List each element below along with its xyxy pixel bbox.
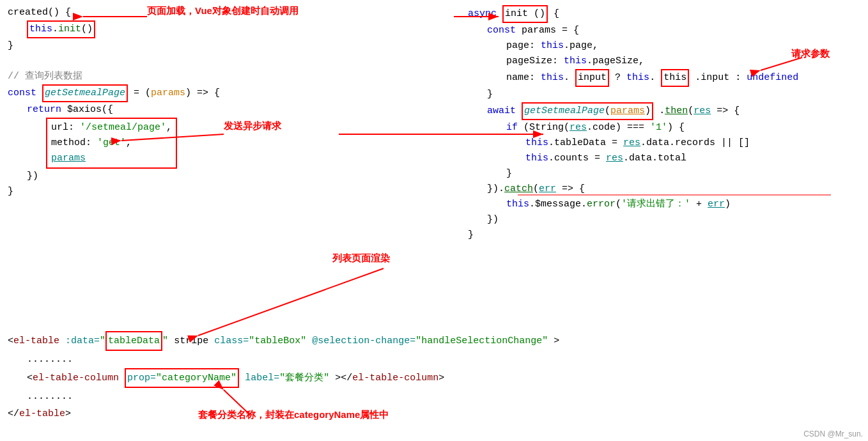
left-code-block: created() { this.init() } // 查询列表数据 cons… [0,0,313,205]
right-line-5: name: this. input ? this. this .input : … [506,69,855,87]
right-line-6: } [487,87,855,102]
left-line-4 [8,54,306,69]
right-line-13: this.$message.error('请求出错了：' + err) [506,197,855,212]
bottom-line-3: <el-table-column prop="categoryName" lab… [27,368,695,388]
left-line-11: }) [27,169,306,184]
bottom-line-1: <el-table :data="tableData" stripe class… [8,331,695,351]
annotation-category-desc: 套餐分类名称，封装在categoryName属性中 [198,409,389,421]
bottom-line-4: ........ [27,388,695,405]
getsetmealpage-call-highlight: getSetmealPage(params) [522,102,653,120]
left-line-5: // 查询列表数据 [8,69,306,84]
right-line-1: async init () { [468,5,855,23]
right-line-8: if (String(res.code) === '1') { [506,120,855,135]
annotation-list-render: 列表页面渲染 [332,252,390,265]
prop-highlight: prop="categoryName" [125,368,239,388]
right-line-2: const params = { [487,23,855,38]
right-line-12: }).catch(err => { [487,182,855,197]
bottom-line-2: ........ [27,351,695,368]
left-line-6: const getSetmealPage = (params) => { [8,84,306,102]
getsetmealpage-highlight: getSetmealPage [42,84,128,102]
left-line-12: } [8,184,306,199]
input-highlight: input [575,69,609,87]
left-line-7: return $axios({ [27,102,306,118]
this-init-highlight: this.init() [27,20,95,38]
right-line-15: } [468,228,855,243]
watermark: CSDN @Mr_sun. [803,429,863,438]
right-line-14: }) [487,212,855,228]
right-line-11: } [506,166,855,182]
code-area: created() { this.init() } // 查询列表数据 cons… [0,0,868,441]
init-highlight: init () [502,5,548,23]
this-highlight: this [661,69,689,87]
annotation-page-load: 页面加载，Vue对象创建时自动调用 [147,5,298,17]
right-line-10: this.counts = res.data.total [525,151,855,166]
right-code-block: async init () { const params = { page: t… [460,0,863,248]
annotation-request-params: 请求参数 [791,48,830,60]
created-keyword: created [8,7,48,18]
annotation-send-async: 发送异步请求 [224,120,281,132]
right-line-9: this.tableData = res.data.records || [] [525,135,855,151]
left-line-3: } [8,38,306,54]
left-line-2: this.init() [27,20,306,38]
right-line-7: await getSetmealPage(params) .then(res =… [487,102,855,120]
